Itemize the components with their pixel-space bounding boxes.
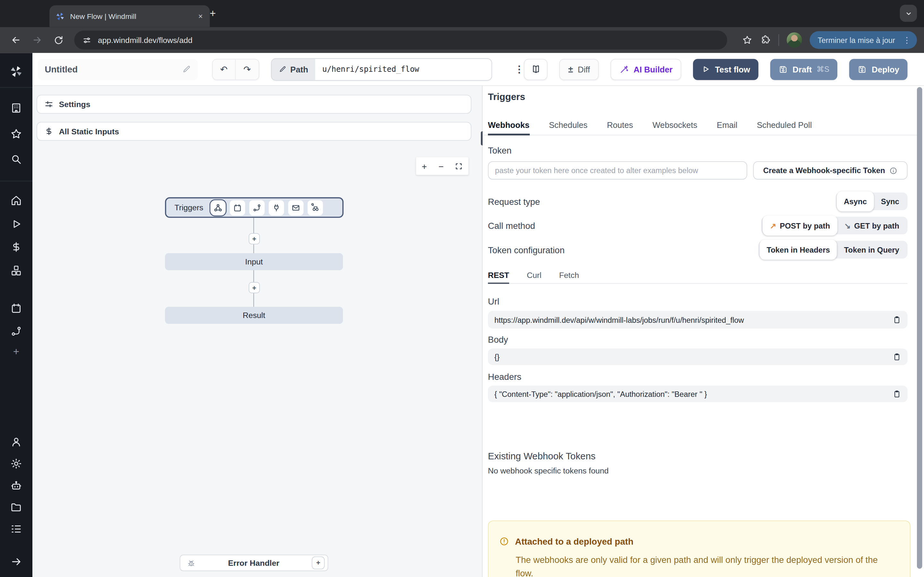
option-post-by-path[interactable]: ↗ POST by path xyxy=(762,215,837,235)
arrow-up-right-icon: ↗ xyxy=(770,221,776,230)
divider xyxy=(0,87,32,88)
tab-scheduled-poll[interactable]: Scheduled Poll xyxy=(757,116,812,135)
sidebar-item-runs[interactable] xyxy=(0,218,32,230)
copy-clipboard-icon[interactable] xyxy=(893,390,901,398)
fullscreen-button[interactable] xyxy=(455,162,463,170)
redo-button[interactable]: ↷ xyxy=(236,59,258,79)
path-input[interactable] xyxy=(315,59,492,80)
tab-websockets[interactable]: Websockets xyxy=(653,116,698,135)
panel-scrollbar[interactable] xyxy=(917,87,922,569)
webhook-trigger-icon[interactable] xyxy=(210,200,226,215)
flow-name-field[interactable]: Untitled xyxy=(38,59,198,80)
windmill-logo-icon[interactable] xyxy=(0,65,32,78)
sidebar-item-user[interactable] xyxy=(0,436,32,448)
new-tab-button[interactable]: + xyxy=(206,6,220,21)
kebab-menu-icon[interactable]: ⋮ xyxy=(901,36,913,44)
sidebar-item-resources[interactable] xyxy=(0,264,32,277)
undo-button[interactable]: ↶ xyxy=(212,59,236,79)
copy-clipboard-icon[interactable] xyxy=(893,353,901,361)
email-trigger-icon[interactable] xyxy=(288,200,304,215)
draft-label: Draft xyxy=(792,64,812,74)
add-error-handler-button[interactable]: + xyxy=(312,556,325,569)
copy-clipboard-icon[interactable] xyxy=(893,316,901,324)
reload-button[interactable] xyxy=(49,31,67,49)
draft-button[interactable]: Draft ⌘S xyxy=(771,59,838,80)
tab-search-button[interactable] xyxy=(900,5,917,22)
call-method-toggle: ↗ POST by path ↘ GET by path xyxy=(762,217,908,234)
create-webhook-token-button[interactable]: Create a Webhook-specific Token xyxy=(753,161,907,179)
scheduled-poll-trigger-icon[interactable] xyxy=(308,200,323,215)
tab-close-icon[interactable]: × xyxy=(197,12,204,21)
plus-minus-icon: ± xyxy=(568,64,573,74)
deploy-button[interactable]: Deploy xyxy=(849,59,907,80)
sidebar-item-workers[interactable] xyxy=(0,479,32,492)
forward-button[interactable] xyxy=(28,31,46,49)
tab-fetch[interactable]: Fetch xyxy=(559,268,579,284)
flow-canvas[interactable]: Settings All Static Inputs + − xyxy=(32,86,482,577)
error-handler-node[interactable]: Error Handler + xyxy=(180,554,328,571)
extensions-puzzle-icon[interactable] xyxy=(760,35,771,45)
settings-bar[interactable]: Settings xyxy=(37,95,472,114)
test-flow-label: Test flow xyxy=(715,64,750,74)
sidebar-item-schedules[interactable] xyxy=(0,302,32,314)
back-button[interactable] xyxy=(7,31,25,49)
sidebar-item-settings[interactable] xyxy=(0,458,32,470)
url-value-field[interactable]: https://app.windmill.dev/api/w/windmill-… xyxy=(488,311,908,329)
tab-routes[interactable]: Routes xyxy=(607,116,633,135)
test-flow-button[interactable]: Test flow xyxy=(693,59,758,80)
schedule-trigger-icon[interactable] xyxy=(230,200,245,215)
diff-button[interactable]: ± Diff xyxy=(559,59,599,80)
tab-curl[interactable]: Curl xyxy=(527,268,541,284)
add-step-button[interactable]: + xyxy=(249,282,260,293)
sidebar-item-folders[interactable] xyxy=(0,501,32,514)
input-node[interactable]: Input xyxy=(165,253,343,270)
tab-webhooks[interactable]: Webhooks xyxy=(488,116,530,135)
option-token-in-query[interactable]: Token in Query xyxy=(837,241,906,258)
result-node[interactable]: Result xyxy=(165,307,343,324)
sidebar-item-search[interactable] xyxy=(0,153,32,166)
sidebar-expand-icon[interactable] xyxy=(0,556,32,568)
sidebar-item-workspace[interactable] xyxy=(0,102,32,114)
body-value-field[interactable]: {} xyxy=(488,348,908,365)
triggers-node[interactable]: Triggers xyxy=(165,197,344,218)
profile-avatar[interactable] xyxy=(787,32,802,48)
sidebar-item-variables[interactable] xyxy=(0,241,32,253)
token-input[interactable] xyxy=(488,161,747,179)
url-field[interactable]: app.windmill.dev/flows/add xyxy=(74,31,727,50)
sidebar-item-favorites[interactable] xyxy=(0,128,32,140)
chrome-update-button[interactable]: Terminer la mise à jour ⋮ xyxy=(809,31,917,49)
tune-icon[interactable] xyxy=(82,35,91,45)
zoom-out-button[interactable]: − xyxy=(438,161,443,171)
post-by-path-label: POST by path xyxy=(780,221,830,230)
tab-email[interactable]: Email xyxy=(717,116,737,135)
zoom-in-button[interactable]: + xyxy=(422,161,427,171)
path-chip[interactable]: Path xyxy=(271,59,315,80)
route-trigger-icon[interactable] xyxy=(249,200,265,215)
all-static-inputs-bar[interactable]: All Static Inputs xyxy=(37,122,472,141)
sidebar-item-logs[interactable] xyxy=(0,523,32,535)
sidebar-item-home[interactable] xyxy=(0,194,32,207)
pencil-icon[interactable] xyxy=(182,65,191,74)
all-static-inputs-label: All Static Inputs xyxy=(59,127,119,136)
sidebar-item-flows[interactable] xyxy=(0,325,32,338)
more-options-kebab-icon[interactable]: ⋮ xyxy=(515,63,524,75)
browser-tab[interactable]: New Flow | Windmill × xyxy=(49,5,210,27)
websocket-trigger-icon[interactable] xyxy=(269,200,284,215)
option-get-by-path[interactable]: ↘ GET by path xyxy=(837,217,906,234)
sidebar-add-icon[interactable]: + xyxy=(0,346,32,358)
app-sidebar: + xyxy=(0,53,32,577)
tab-rest[interactable]: REST xyxy=(488,268,509,284)
bookmark-star-icon[interactable] xyxy=(742,35,752,45)
option-sync[interactable]: Sync xyxy=(874,193,906,210)
option-async[interactable]: Async xyxy=(837,191,874,211)
canvas-zoom-controls: + − xyxy=(416,157,468,175)
request-type-label: Request type xyxy=(488,197,540,206)
ai-builder-button[interactable]: AI Builder xyxy=(611,59,682,80)
tab-schedules[interactable]: Schedules xyxy=(549,116,588,135)
option-token-in-headers[interactable]: Token in Headers xyxy=(759,240,837,259)
save-icon xyxy=(779,64,788,74)
headers-value-field[interactable]: { "Content-Type": "application/json", "A… xyxy=(488,386,908,402)
add-step-button[interactable]: + xyxy=(249,233,260,244)
warning-circle-icon xyxy=(499,536,509,546)
docs-button[interactable] xyxy=(524,59,548,80)
